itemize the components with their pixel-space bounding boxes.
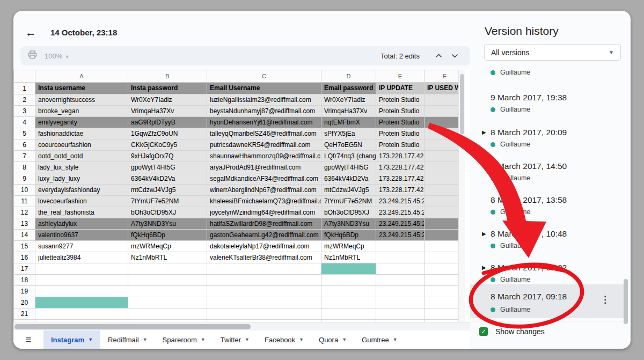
grid-cell[interactable]: dakotaieleylaNp17@rediffmail.com (207, 241, 321, 252)
grid-cell[interactable]: 23.249.215.45:2 (376, 196, 425, 207)
grid-cell[interactable]: mtCdzwJ4VJg5 (321, 185, 376, 196)
grid-cell[interactable]: LQfr74nq3 (chang (321, 151, 376, 162)
grid-cell[interactable]: mzWRMeqCp (128, 241, 207, 252)
grid-cell[interactable]: aryaJProdAd91@rediffmail.com (207, 162, 321, 173)
grid-cell[interactable] (207, 286, 321, 297)
tab-menu-icon[interactable]: ▼ (201, 337, 206, 342)
show-changes-toggle[interactable]: ✓ Show changes (479, 327, 545, 336)
grid-cell[interactable]: susann9277 (35, 241, 128, 252)
grid-cell[interactable] (425, 263, 459, 275)
grid-cell[interactable]: Email password (321, 83, 376, 94)
chevron-down-icon[interactable] (447, 52, 463, 60)
grid-cell[interactable]: 23.249.215.45:2 (376, 230, 425, 241)
grid-cell[interactable] (128, 286, 207, 297)
grid-cell[interactable]: Wr0XeY7Iadiz (321, 94, 376, 106)
grid-cell[interactable]: ootd_ootd_ootd (35, 151, 128, 162)
grid-cell[interactable]: IP UPDATE (376, 83, 425, 94)
grid-cell[interactable] (425, 106, 459, 117)
grid-cell[interactable]: 6364kV4kD2Va (128, 173, 207, 185)
grid-cell[interactable] (425, 308, 459, 320)
grid-cell[interactable]: mtCdzwJ4VJg5 (128, 185, 207, 196)
grid-cell[interactable]: hatifaSZwillardrD98@rediffmail.com (207, 218, 321, 230)
grid-cell[interactable]: nqtEMFbmX (321, 117, 376, 128)
grid-cell[interactable]: putricsdawneKR54@rediffmail.com (207, 139, 321, 151)
grid-cell[interactable]: A7ty3NND3Ysu (321, 218, 376, 230)
grid-cell[interactable] (207, 308, 321, 320)
grid-cell[interactable]: Nz1nMbRTL (128, 252, 207, 263)
grid-cell[interactable] (207, 297, 321, 308)
grid-cell[interactable]: winerrAberglindNp67@rediffmail.com (207, 185, 321, 196)
grid-cell[interactable]: luzieNgallissiaim23@rediffmail.com (207, 94, 321, 106)
grid-cell[interactable]: 7tYmUF7e52NM (128, 196, 207, 207)
grid-cell[interactable]: Protein Studio (376, 128, 425, 139)
sheet-horizontal-scrollbar[interactable] (13, 322, 470, 330)
grid-cell[interactable] (376, 297, 425, 308)
grid-cell[interactable]: Protein Studio (376, 139, 425, 151)
grid-cell[interactable] (207, 263, 321, 275)
grid-cell[interactable]: gpoWytT4HI5G (321, 162, 376, 173)
grid-cell[interactable]: Email Username (207, 83, 321, 94)
grid-cell[interactable] (128, 297, 207, 308)
grid-cell[interactable] (425, 173, 459, 185)
grid-cell[interactable]: brooke_vegan (35, 106, 128, 117)
grid-cell[interactable]: 173.228.177.42: (376, 151, 425, 162)
grid-cell[interactable] (425, 252, 459, 263)
expand-triangle-icon[interactable]: ▶ (482, 231, 486, 237)
grid-cell[interactable]: bOh3oCfD95XJ (321, 207, 376, 218)
sheet-tab-twitter[interactable]: Twitter▼ (213, 330, 257, 349)
grid-cell[interactable]: emilyveganity (35, 117, 128, 128)
grid-cell[interactable] (207, 275, 321, 286)
grid-cell[interactable] (321, 263, 376, 275)
grid-cell[interactable] (425, 117, 459, 128)
grid-cell[interactable]: 9xHJafgOrx7Q (128, 151, 207, 162)
grid-cell[interactable]: valentino9637 (35, 230, 128, 241)
tab-menu-icon[interactable]: ▼ (299, 337, 304, 342)
sheet-tab-instagram[interactable]: Instagram▼ (43, 330, 100, 349)
sheet-tab-quora[interactable]: Quora▼ (311, 330, 354, 349)
print-icon[interactable] (28, 50, 37, 61)
grid-cell[interactable]: Protein Studio (376, 94, 425, 106)
grid-cell[interactable]: joycelynWzindimg64@rediffmail.com (207, 207, 321, 218)
grid-cell[interactable] (376, 241, 425, 252)
grid-cell[interactable] (35, 308, 128, 320)
grid-cell[interactable]: hyonDehansenYj61@rediffmail.com (207, 117, 321, 128)
grid-cell[interactable]: IP USED W (425, 83, 459, 94)
grid-cell[interactable]: 23.249.215.45:2 (376, 218, 425, 230)
grid-cell[interactable]: lady_lux_style (35, 162, 128, 173)
grid-cell[interactable]: bOh3oCfD95XJ (128, 207, 207, 218)
kebab-menu-icon[interactable]: ⋮ (601, 294, 610, 305)
grid-cell[interactable]: 6364kV4kD2Va (321, 173, 376, 185)
grid-cell[interactable] (376, 275, 425, 286)
grid-cell[interactable] (35, 263, 128, 275)
grid-cell[interactable]: everydayisfashionday (35, 185, 128, 196)
grid-cell[interactable] (425, 196, 459, 207)
grid-cell[interactable]: anovernightsuccess (35, 94, 128, 106)
zoom-select[interactable]: 100% ▼ (45, 52, 70, 60)
grid-cell[interactable] (376, 308, 425, 320)
all-sheets-menu-icon[interactable]: ≡ (13, 334, 43, 346)
expand-triangle-icon[interactable]: ▶ (482, 129, 486, 135)
grid-cell[interactable] (425, 241, 459, 252)
grid-cell[interactable]: 1GqwZfzC9oUN (128, 128, 207, 139)
tab-menu-icon[interactable]: ▼ (143, 337, 148, 342)
sheet-vertical-scrollbar[interactable] (458, 70, 465, 322)
grid-cell[interactable]: ashleyladylux (35, 218, 128, 230)
grid-cell[interactable]: fQkHq6BDp (321, 230, 376, 241)
grid-cell[interactable]: Nz1nMbRTL (321, 252, 376, 263)
version-filter-dropdown[interactable]: All versions ▼ (484, 44, 621, 61)
expand-triangle-icon[interactable]: ▶ (482, 265, 486, 270)
grid-cell[interactable]: QeH7oEG5N (321, 139, 376, 151)
grid-cell[interactable]: shaunnawHhammonzq09@rediffmail.c (207, 151, 321, 162)
grid-cell[interactable]: sPfYX5jEa (321, 128, 376, 139)
grid-cell[interactable]: 173.228.177.42: (376, 185, 425, 196)
chevron-up-icon[interactable] (430, 52, 447, 60)
sheet-tab-gumtree[interactable]: Gumtree▼ (354, 330, 405, 349)
grid-cell[interactable]: segalMdkandiceAF34@rediffmail.com (207, 173, 321, 185)
grid-cell[interactable]: 7tYmUF7e52NM (321, 196, 376, 207)
grid-cell[interactable] (321, 286, 376, 297)
grid-cell[interactable]: the_real_fashonista (35, 207, 128, 218)
grid-cell[interactable] (425, 151, 459, 162)
sheet-tab-spareroom[interactable]: Spareroom▼ (155, 330, 213, 349)
sheet-tab-rediffmail[interactable]: Rediffmail▼ (100, 330, 155, 349)
grid-cell[interactable] (425, 139, 459, 151)
